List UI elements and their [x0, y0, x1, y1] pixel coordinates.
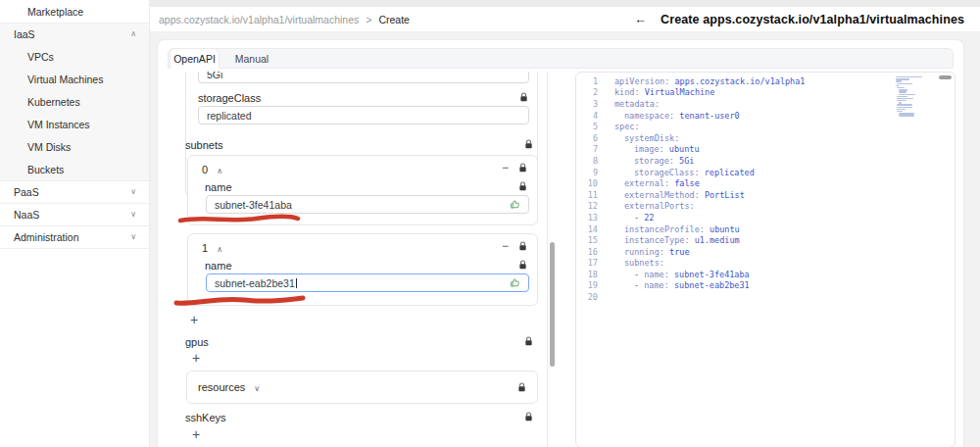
sidebar-item-iaas[interactable]: IaaS∧	[0, 23, 149, 45]
yaml-editor[interactable]: 1apiVersion: apps.cozystack.io/v1alpha12…	[575, 72, 956, 447]
minimap-line	[897, 83, 912, 84]
code-line[interactable]: 20	[576, 291, 955, 303]
subnet-0-name-input[interactable]: subnet-3fe41aba	[206, 195, 529, 214]
code-line[interactable]: 14instanceProfile: ubuntu	[576, 224, 955, 235]
code-text: systemDisk:	[614, 133, 679, 143]
resources-card[interactable]: resources ∨	[186, 371, 538, 404]
minimap-line	[897, 109, 906, 110]
subnet-1-name-input[interactable]: subnet-eab2be31	[206, 273, 529, 292]
code-text: subnets:	[614, 258, 664, 268]
minimap-line	[897, 100, 906, 101]
sidebar-item-marketplace[interactable]: Marketplace	[0, 0, 149, 23]
subnet-1-index[interactable]: 1 ∧	[202, 242, 222, 254]
code-line[interactable]: 10external: false	[576, 177, 955, 189]
minimap-line	[897, 107, 912, 108]
tab-openapi-label: OpenAPI	[173, 53, 216, 65]
code-line[interactable]: 16running: true	[576, 246, 955, 258]
code-line[interactable]: 8storage: 5Gi	[576, 155, 955, 167]
sidebar-item-vm-instances[interactable]: VM Instances	[0, 113, 149, 135]
sidebar-item-administration[interactable]: Administration∨	[0, 225, 149, 248]
main-area: apps.cozystack.io/v1alpha1/virtualmachin…	[150, 0, 980, 447]
line-number: 5	[576, 122, 598, 131]
subnet-0-index-label: 0	[202, 164, 208, 175]
add-subnet-button[interactable]: +	[190, 313, 198, 326]
code-text: apiVersion: apps.cozystack.io/v1alpha1	[614, 76, 805, 86]
code-text: metadata:	[614, 99, 660, 109]
top-header-bar: apps.cozystack.io/v1alpha1/virtualmachin…	[150, 7, 980, 31]
code-line[interactable]: 12externalPorts:	[576, 201, 955, 213]
sidebar-item-kubernetes[interactable]: Kubernetes	[0, 90, 149, 113]
minimap-line	[897, 104, 912, 105]
breadcrumb-path[interactable]: apps.cozystack.io/v1alpha1/virtualmachin…	[159, 14, 359, 25]
storageclass-input[interactable]: replicated	[198, 106, 529, 124]
code-line[interactable]: 11externalMethod: PortList	[576, 189, 955, 201]
form-scroll-area[interactable]: 5Gi storageClass replicated subnets 0 ∧	[168, 72, 548, 447]
code-line[interactable]: 5spec:	[576, 121, 955, 132]
code-line[interactable]: 17subnets:	[576, 258, 955, 270]
minimap-line	[897, 96, 907, 97]
subnet-0-index[interactable]: 0 ∧	[202, 164, 222, 175]
editor-minimap[interactable]	[896, 76, 929, 120]
pane-divider	[547, 72, 548, 447]
sidebar-item-label: PaaS	[14, 186, 39, 198]
lock-icon	[524, 412, 533, 422]
line-number: 18	[576, 270, 598, 279]
line-number: 6	[576, 133, 598, 143]
thumbs-up-icon[interactable]	[510, 199, 520, 210]
sidebar-item-label: Kubernetes	[27, 96, 80, 108]
code-line[interactable]: 15instanceType: u1.medium	[576, 234, 955, 246]
storageclass-input-value: replicated	[207, 110, 252, 122]
form-scrollbar-thumb[interactable]	[550, 242, 555, 367]
minimap-line	[896, 78, 909, 79]
lock-icon	[518, 241, 527, 251]
tab-openapi[interactable]: OpenAPI	[170, 48, 220, 69]
code-line[interactable]: 19- name: subnet-eab2be31	[576, 280, 955, 292]
sidebar-item-buckets[interactable]: Buckets	[0, 158, 149, 180]
sidebar: MarketplaceIaaS∧VPCsVirtual MachinesKube…	[0, 0, 150, 447]
add-gpu-button[interactable]: +	[192, 351, 200, 365]
code-line[interactable]: 7image: ubuntu	[576, 144, 955, 156]
back-arrow-icon[interactable]: ←	[634, 12, 647, 26]
content-card: OpenAPI Manual 5Gi storageClass replicat…	[157, 39, 964, 447]
remove-item-icon[interactable]: −	[502, 162, 509, 174]
subnets-label: subnets	[185, 139, 223, 151]
thumbs-up-icon[interactable]	[510, 277, 520, 288]
expand-chevron-icon[interactable]: ∨	[254, 384, 260, 393]
line-number: 3	[576, 99, 598, 109]
lock-icon	[524, 336, 533, 346]
editor-scrollbar-thumb[interactable]	[939, 75, 952, 79]
tab-manual[interactable]: Manual	[227, 48, 276, 69]
code-line[interactable]: 6systemDisk:	[576, 132, 955, 144]
code-text: instanceType: u1.medium	[614, 235, 740, 245]
line-number: 17	[576, 258, 598, 268]
sidebar-item-vm-disks[interactable]: VM Disks	[0, 135, 149, 158]
add-sshkey-button[interactable]: +	[192, 427, 200, 441]
minimap-line	[896, 80, 902, 81]
code-line[interactable]: 13- 22	[576, 212, 955, 224]
sidebar-item-label: IaaS	[14, 28, 35, 40]
sidebar-item-virtual-machines[interactable]: Virtual Machines	[0, 68, 149, 90]
code-line[interactable]: 9storageClass: replicated	[576, 167, 955, 178]
subnet-0-name-label: name	[205, 181, 232, 193]
minimap-line	[899, 89, 907, 90]
sidebar-item-vpcs[interactable]: VPCs	[0, 45, 149, 68]
line-number: 10	[576, 178, 598, 188]
collapse-chevron-icon[interactable]: ∧	[217, 167, 222, 175]
remove-item-icon[interactable]: −	[502, 240, 509, 252]
minimap-line	[897, 98, 913, 99]
gpus-label: gpus	[185, 336, 209, 348]
sidebar-item-naas[interactable]: NaaS∨	[0, 203, 149, 225]
sidebar-item-label: Buckets	[27, 164, 64, 175]
page-title: Create apps.cozystack.io/v1alpha1/virtua…	[661, 13, 964, 26]
sidebar-item-paas[interactable]: PaaS∨	[0, 180, 149, 203]
tab-manual-label: Manual	[235, 53, 269, 65]
storage-input[interactable]: 5Gi	[198, 72, 529, 83]
code-line[interactable]: 18- name: subnet-3fe41aba	[576, 269, 955, 280]
collapse-chevron-icon[interactable]: ∧	[217, 245, 222, 254]
line-number: 15	[576, 235, 598, 245]
code-text: spec:	[614, 122, 640, 131]
minimap-line	[896, 76, 922, 77]
line-number: 19	[576, 280, 598, 290]
chevron-down-icon: ∨	[130, 211, 136, 219]
code-text: externalPorts:	[614, 201, 695, 211]
